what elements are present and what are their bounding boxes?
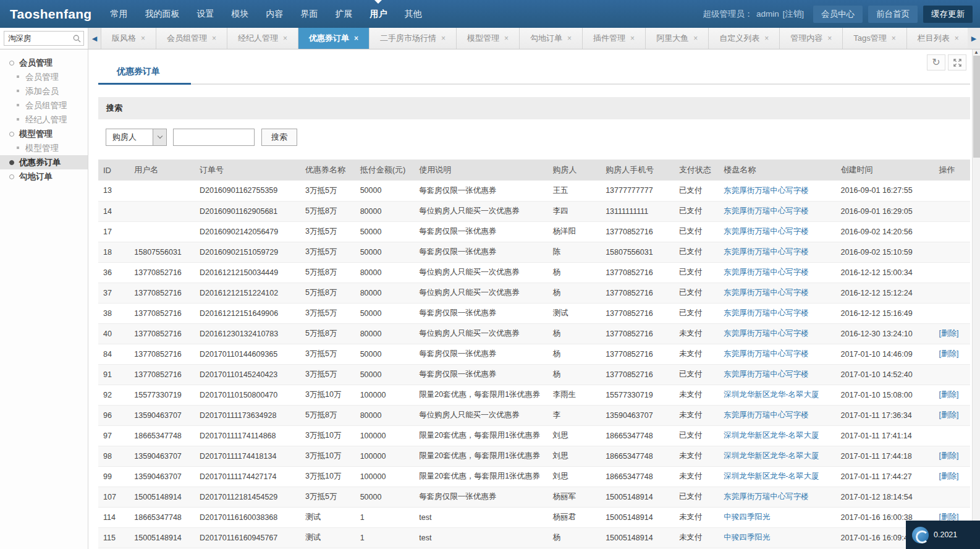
sidebar-item-1[interactable]: 会员管理 — [0, 70, 88, 84]
top-menu-item-1[interactable]: 我的面板 — [136, 0, 188, 28]
property-link[interactable]: 东莞厚街万瑞中心写字楼 — [724, 288, 809, 297]
property-link[interactable]: 深圳龙华新区龙华-名翠大厦 — [724, 431, 819, 440]
cell-order_no: D20161230132410783 — [195, 323, 300, 344]
delete-link[interactable]: [删除] — [939, 390, 959, 399]
tab-1[interactable]: 会员组管理× — [156, 28, 227, 49]
property-link[interactable]: 东莞厚街万瑞中心写字楼 — [724, 411, 809, 419]
sidebar-item-7[interactable]: 优惠券订单 — [0, 155, 88, 169]
topbar-button-1[interactable]: 前台首页 — [868, 6, 918, 23]
delete-link[interactable]: [删除] — [939, 349, 959, 358]
property-link[interactable]: 东莞厚街万瑞中心写字楼 — [724, 309, 809, 317]
top-menu-item-7[interactable]: 用户 — [361, 0, 395, 28]
site-search-input[interactable] — [4, 31, 84, 46]
property-link[interactable]: 东莞厚街万瑞中心写字楼 — [724, 370, 809, 378]
property-link[interactable]: 东莞厚街万瑞中心写字楼 — [724, 268, 809, 276]
tab-close-icon[interactable]: × — [504, 34, 509, 43]
tabs-scroll-right-icon[interactable]: ▶ — [968, 28, 980, 49]
top-menu-item-3[interactable]: 模块 — [222, 0, 257, 28]
cell-property_name: 深圳龙华新区龙华-名翠大厦 — [719, 425, 835, 446]
tab-close-icon[interactable]: × — [827, 34, 832, 43]
cell-amount: 50000 — [355, 221, 415, 242]
tab-5[interactable]: 模型管理× — [457, 28, 520, 49]
tab-close-icon[interactable]: × — [567, 34, 572, 43]
topbar-button-2[interactable]: 缓存更新 — [923, 6, 973, 23]
cell-order_no: D20170112181454529 — [195, 487, 300, 507]
delete-link[interactable]: [删除] — [939, 411, 959, 419]
sidebar-item-4[interactable]: 经纪人管理 — [0, 113, 88, 127]
cell-buyer_phone: 15577330719 — [601, 385, 674, 405]
topbar-button-0[interactable]: 会员中心 — [813, 6, 863, 23]
scroll-up-icon[interactable]: ▲ — [974, 49, 979, 55]
tab-2[interactable]: 经纪人管理× — [227, 28, 298, 49]
property-link[interactable]: 东莞厚街万瑞中心写字楼 — [724, 186, 809, 195]
tab-9[interactable]: 自定义列表× — [709, 28, 780, 49]
tab-close-icon[interactable]: × — [630, 34, 635, 43]
top-menu-item-6[interactable]: 扩展 — [326, 0, 361, 28]
tab-4[interactable]: 二手房市场行情× — [370, 28, 457, 49]
tab-close-icon[interactable]: × — [693, 34, 698, 43]
refresh-icon[interactable]: ↻ — [927, 54, 945, 70]
sidebar-item-6[interactable]: 模型管理 — [0, 141, 88, 155]
tab-close-icon[interactable]: × — [441, 34, 446, 43]
tab-close-icon[interactable]: × — [141, 34, 145, 43]
sidebar-item-8[interactable]: 勾地订单 — [0, 169, 88, 184]
tab-close-icon[interactable]: × — [283, 34, 287, 43]
cell-buyer_phone: 18665347748 — [601, 446, 674, 466]
tab-7[interactable]: 插件管理× — [583, 28, 646, 49]
delete-link[interactable]: [删除] — [939, 513, 959, 521]
search-button[interactable]: 搜索 — [261, 129, 297, 146]
property-link[interactable]: 东莞厚街万瑞中心写字楼 — [724, 206, 809, 215]
search-field-select[interactable]: 购房人 — [106, 129, 167, 146]
scrollbar-thumb[interactable] — [973, 56, 980, 158]
cell-property_name: 东莞厚街万瑞中心写字楼 — [719, 201, 835, 221]
tab-6[interactable]: 勾地订单× — [520, 28, 583, 49]
property-link[interactable]: 中骏四季阳光 — [724, 533, 770, 542]
tab-close-icon[interactable]: × — [764, 34, 769, 43]
property-link[interactable]: 东莞厚街万瑞中心写字楼 — [724, 247, 809, 256]
property-link[interactable]: 东莞厚街万瑞中心写字楼 — [724, 227, 809, 236]
column-header-6: 购房人 — [548, 160, 601, 181]
property-link[interactable]: 东莞厚街万瑞中心写字楼 — [724, 329, 809, 338]
sidebar-item-0[interactable]: 会员管理 — [0, 56, 88, 70]
tabs-scroll-left-icon[interactable]: ◀ — [88, 28, 101, 49]
tab-3[interactable]: 优惠券订单× — [298, 28, 370, 49]
tab-10[interactable]: 管理内容× — [780, 28, 843, 49]
table-row: 14D201609011629056815万抵8万80000每位购房人只能买一次… — [98, 201, 970, 221]
tab-11[interactable]: Tags管理× — [843, 28, 906, 49]
top-menu-item-5[interactable]: 界面 — [292, 0, 326, 28]
search-keyword-input[interactable] — [173, 129, 255, 146]
top-menu-item-0[interactable]: 常用 — [101, 0, 136, 28]
top-menu-item-8[interactable]: 其他 — [395, 0, 430, 28]
tab-close-icon[interactable]: × — [212, 34, 216, 43]
cell-coupon_name: 3万抵10万 — [300, 466, 355, 487]
property-link[interactable]: 东莞厚街万瑞中心写字楼 — [724, 349, 809, 358]
tab-0[interactable]: 版风格× — [101, 28, 156, 49]
cell-pay_status: 已支付 — [674, 283, 719, 303]
top-menu-item-2[interactable]: 设置 — [188, 0, 222, 28]
property-link[interactable]: 深圳龙华新区龙华-名翠大厦 — [724, 451, 819, 460]
page-tab-coupon-orders[interactable]: 优惠券订单 — [98, 61, 191, 85]
vertical-scrollbar[interactable]: ▲ — [972, 49, 980, 549]
orders-table: ID用户名订单号优惠券名称抵付金额(元)使用说明购房人购房人手机号支付状态楼盘名… — [98, 160, 970, 548]
fullscreen-icon[interactable] — [948, 54, 966, 70]
tab-close-icon[interactable]: × — [892, 34, 896, 43]
tab-close-icon[interactable]: × — [955, 34, 959, 43]
sidebar-item-5[interactable]: 模型管理 — [0, 127, 88, 141]
property-link[interactable]: 东莞厚街万瑞中心写字楼 — [724, 492, 809, 501]
search-icon[interactable] — [73, 34, 81, 45]
property-link[interactable]: 深圳龙华新区龙华-名翠大厦 — [724, 472, 819, 480]
sidebar-item-2[interactable]: 添加会员 — [0, 84, 88, 98]
tab-12[interactable]: 栏目列表× — [907, 28, 968, 49]
cell-coupon_name: 测试 — [300, 507, 355, 527]
delete-link[interactable]: [删除] — [939, 329, 959, 338]
sidebar-item-3[interactable]: 会员组管理 — [0, 98, 88, 113]
table-row: 3713770852716D201612121512241025万抵8万8000… — [98, 283, 970, 303]
delete-link[interactable]: [删除] — [939, 451, 959, 460]
logout-link[interactable]: [注销] — [782, 9, 804, 19]
tab-close-icon[interactable]: × — [354, 34, 358, 43]
property-link[interactable]: 中骏四季阳光 — [724, 513, 770, 521]
tab-8[interactable]: 阿里大鱼× — [646, 28, 709, 49]
top-menu-item-4[interactable]: 内容 — [257, 0, 292, 28]
delete-link[interactable]: [删除] — [939, 472, 959, 480]
property-link[interactable]: 深圳龙华新区龙华-名翠大厦 — [724, 390, 819, 399]
